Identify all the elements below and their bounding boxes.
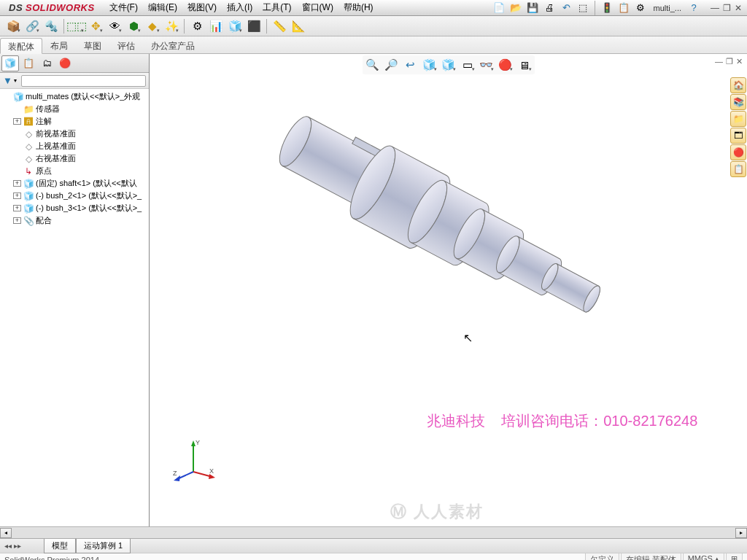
tree-top-plane[interactable]: ◇上视基准面 bbox=[0, 140, 149, 152]
menu-file[interactable]: 文件(F) bbox=[105, 0, 142, 15]
tp-custom-props[interactable]: 📋 bbox=[730, 161, 746, 177]
reference-geom-button[interactable]: ◆ bbox=[144, 18, 161, 34]
undo-button[interactable]: ↶ bbox=[559, 1, 573, 15]
tree-sensors[interactable]: 📁传感器 bbox=[0, 103, 149, 115]
measure-button[interactable]: 📏 bbox=[271, 18, 288, 34]
watermark-text: 兆迪科技 培训咨询电话：010-82176248 bbox=[427, 411, 697, 431]
options-button[interactable]: 📋 bbox=[616, 1, 631, 15]
restore-button[interactable]: ❐ bbox=[721, 3, 732, 13]
select-button[interactable]: ⬚ bbox=[576, 1, 590, 15]
tree-filter-bar: ▼ ▾ bbox=[0, 73, 149, 89]
menu-view[interactable]: 视图(V) bbox=[183, 0, 221, 15]
hide-show-button[interactable]: 👓 bbox=[478, 57, 495, 73]
menu-edit[interactable]: 编辑(E) bbox=[144, 0, 182, 15]
tree-front-plane[interactable]: ◇前视基准面 bbox=[0, 128, 149, 140]
svg-text:Z: Z bbox=[173, 470, 177, 477]
graphics-viewport[interactable]: 🔍 🔎 ↩ 🧊 🧊 ▭ 👓 🔴 🖥 — ❐ ✕ bbox=[150, 54, 747, 526]
display-style-button[interactable]: ▭ bbox=[459, 57, 476, 73]
status-custom[interactable]: ⊞ bbox=[726, 553, 743, 560]
vp-minimize[interactable]: — bbox=[715, 57, 723, 66]
tab-sketch[interactable]: 草图 bbox=[76, 37, 109, 53]
menu-tools[interactable]: 工具(T) bbox=[258, 0, 295, 15]
tab-assembly[interactable]: 装配体 bbox=[0, 38, 42, 54]
filter-input[interactable] bbox=[21, 75, 146, 87]
help-button[interactable]: ? bbox=[686, 1, 701, 15]
menu-bar: 文件(F) 编辑(E) 视图(V) 插入(I) 工具(T) 窗口(W) 帮助(H… bbox=[105, 0, 378, 15]
interference-button[interactable]: ⬛ bbox=[245, 18, 263, 34]
tab-model[interactable]: 模型 bbox=[44, 539, 76, 553]
tab-evaluate[interactable]: 评估 bbox=[109, 37, 143, 53]
vp-restore[interactable]: ❐ bbox=[726, 57, 733, 66]
tp-design-library[interactable]: 📚 bbox=[730, 94, 746, 110]
section-view-button[interactable]: 🧊 bbox=[421, 57, 438, 73]
settings-button[interactable]: ⚙ bbox=[633, 1, 648, 15]
tree-mates[interactable]: +📎配合 bbox=[0, 214, 149, 227]
tree-origin[interactable]: ↳原点 bbox=[0, 165, 149, 177]
smart-fasteners-button[interactable]: 🔩 bbox=[42, 18, 60, 34]
new-motion-button[interactable]: ✨ bbox=[163, 18, 180, 34]
heads-up-toolbar: 🔍 🔎 ↩ 🧊 🧊 ▭ 👓 🔴 🖥 bbox=[363, 55, 535, 74]
filter-icon[interactable]: ▼ bbox=[3, 75, 12, 86]
feature-tree-tab[interactable]: 🧊 bbox=[1, 55, 19, 71]
tree-part-bush3[interactable]: +🧊(-) bush_3<1> (默认<<默认>_ bbox=[0, 202, 149, 214]
document-tab[interactable]: multi_... bbox=[650, 3, 684, 13]
task-pane: 🏠 📚 📁 🗔 🔴 📋 bbox=[730, 77, 746, 177]
title-bar: DSSOLIDWORKS 文件(F) 编辑(E) 视图(V) 插入(I) 工具(… bbox=[0, 0, 747, 16]
tab-motion-study[interactable]: 运动算例 1 bbox=[76, 539, 131, 553]
mate-button[interactable]: 🔗 bbox=[23, 18, 41, 34]
rebuild-button[interactable]: 🚦 bbox=[600, 1, 614, 15]
vp-close[interactable]: ✕ bbox=[736, 57, 743, 66]
scroll-track[interactable] bbox=[12, 528, 735, 538]
tp-view-palette[interactable]: 🗔 bbox=[730, 128, 746, 144]
tree-part-bush2[interactable]: +🧊(-) bush_2<1> (默认<<默认>_ bbox=[0, 190, 149, 202]
watermark-logo: Ⓜ 人人素材 bbox=[390, 501, 484, 523]
show-hidden-button[interactable]: 👁 bbox=[106, 18, 123, 34]
menu-help[interactable]: 帮助(H) bbox=[339, 0, 378, 15]
tp-resources[interactable]: 🏠 bbox=[730, 77, 746, 93]
linear-pattern-button[interactable]: ⬚⬚ bbox=[68, 18, 85, 34]
scroll-right-button[interactable]: ▸ bbox=[735, 528, 747, 538]
tab-layout[interactable]: 布局 bbox=[42, 37, 76, 53]
menu-window[interactable]: 窗口(W) bbox=[298, 0, 338, 15]
horizontal-scrollbar[interactable]: ◂ ▸ bbox=[0, 526, 747, 538]
zoom-fit-button[interactable]: 🔍 bbox=[364, 57, 382, 73]
config-manager-tab[interactable]: 🗂 bbox=[38, 55, 55, 71]
dimxpert-tab[interactable]: 🔴 bbox=[56, 55, 74, 71]
scroll-left-button[interactable]: ◂ bbox=[0, 528, 12, 538]
property-manager-tab[interactable]: 📋 bbox=[20, 55, 37, 71]
tp-file-explorer[interactable]: 📁 bbox=[730, 111, 746, 127]
save-button[interactable]: 💾 bbox=[525, 1, 540, 15]
appearance-button[interactable]: 🔴 bbox=[497, 57, 514, 73]
status-units[interactable]: MMGS ▴ bbox=[683, 553, 724, 560]
move-component-button[interactable]: ✥ bbox=[87, 18, 104, 34]
view-triad[interactable]: Y X Z bbox=[171, 439, 215, 483]
motion-tabs: ◂◂ ▸▸ 模型 运动算例 1 bbox=[0, 538, 747, 553]
command-manager-tabs: 装配体 布局 草图 评估 办公室产品 bbox=[0, 36, 747, 54]
assembly-features-button[interactable]: ⬢ bbox=[125, 18, 142, 34]
close-button[interactable]: ✕ bbox=[732, 3, 744, 13]
open-doc-button[interactable]: 📂 bbox=[508, 1, 523, 15]
scene-button[interactable]: 🖥 bbox=[516, 57, 533, 73]
mass-props-button[interactable]: 📐 bbox=[290, 18, 307, 34]
tree-root-assembly[interactable]: 🧊multi_mates (默认<<默认>_外观 bbox=[0, 90, 149, 103]
cursor-icon: ↖ bbox=[463, 331, 473, 345]
print-button[interactable]: 🖨 bbox=[542, 1, 557, 15]
tp-appearances[interactable]: 🔴 bbox=[730, 144, 746, 160]
tab-office[interactable]: 办公室产品 bbox=[143, 37, 203, 53]
tree-right-plane[interactable]: ◇右视基准面 bbox=[0, 152, 149, 165]
insert-component-button[interactable]: 📦 bbox=[4, 18, 22, 34]
new-doc-button[interactable]: 📄 bbox=[492, 1, 506, 15]
exploded-view-button[interactable]: 📊 bbox=[207, 18, 225, 34]
minimize-button[interactable]: — bbox=[709, 3, 721, 13]
prev-view-button[interactable]: ↩ bbox=[402, 57, 419, 73]
menu-insert[interactable]: 插入(I) bbox=[222, 0, 257, 15]
tree-annotations[interactable]: +🅰注解 bbox=[0, 115, 149, 128]
separator bbox=[595, 1, 595, 15]
view-orientation-button[interactable]: 🧊 bbox=[440, 57, 457, 73]
viewport-window-controls: — ❐ ✕ bbox=[715, 57, 743, 66]
filter-dropdown-icon[interactable]: ▾ bbox=[14, 77, 17, 84]
bom-button[interactable]: ⚙ bbox=[188, 18, 206, 34]
tree-part-shaft[interactable]: +🧊(固定) shaft<1> (默认<<默认 bbox=[0, 177, 149, 190]
instant3d-button[interactable]: 🧊 bbox=[226, 18, 244, 34]
zoom-area-button[interactable]: 🔎 bbox=[383, 57, 400, 73]
